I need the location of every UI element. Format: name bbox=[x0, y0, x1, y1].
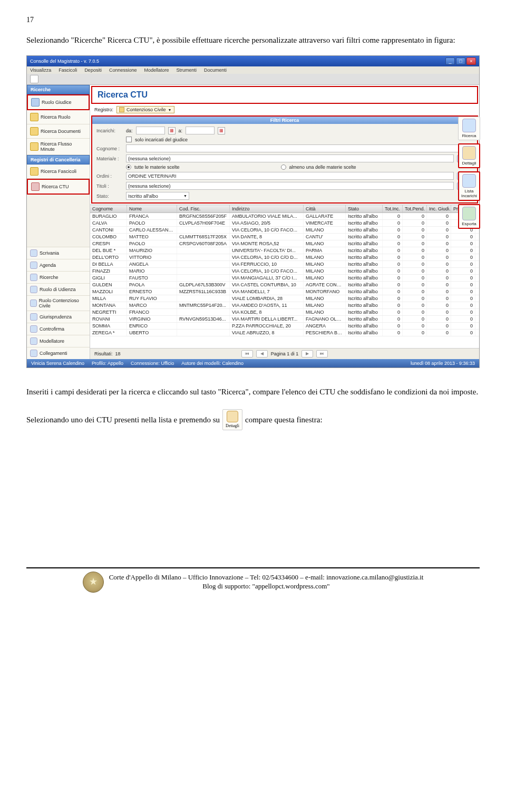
nav-item[interactable]: Ruolo di Udienza bbox=[27, 283, 90, 295]
cell: ZEREGA * bbox=[90, 330, 127, 336]
a-input[interactable] bbox=[186, 127, 215, 134]
cell: VIA KOLBE, 8 bbox=[230, 309, 304, 315]
column-header[interactable]: Indirizzo bbox=[230, 205, 304, 212]
folder-icon bbox=[30, 167, 38, 176]
sidebar-item[interactable]: Ricerca Documenti bbox=[27, 124, 90, 139]
table-row[interactable]: CALVAPAOLOCLVPLA57H09F704EVIA ASIAGO, 20… bbox=[90, 220, 479, 227]
cell: GULDEN bbox=[90, 282, 127, 288]
column-header[interactable]: Nome bbox=[127, 205, 177, 212]
calendar-icon[interactable]: ▦ bbox=[168, 127, 176, 134]
table-row[interactable]: DELL'ORTOVITTORIOVIA CELORIA, 10 C/O C/O… bbox=[90, 254, 479, 261]
table-row[interactable]: MILLARUY FLAVIOVIALE LOMBARDIA, 28MILANO… bbox=[90, 295, 479, 302]
table-row[interactable]: NEGRETTIFRANCOVIA KOLBE, 8MILANOIscritto… bbox=[90, 309, 479, 316]
nav-item[interactable]: Collegamenti bbox=[27, 347, 90, 359]
titlebar: Consolle del Magistrato - v. 7.0.5 _ □ × bbox=[27, 56, 479, 66]
nav-item[interactable]: Giurisprudenza bbox=[27, 311, 90, 323]
almeno-radio[interactable] bbox=[281, 165, 286, 170]
nav-label: Ruolo di Udienza bbox=[40, 287, 76, 292]
tool-lista-incarichi[interactable]: Lista Incarichi bbox=[458, 171, 480, 201]
tool-dettagli[interactable]: Dettagli bbox=[458, 143, 480, 168]
sidebar-item-label: Ricerca CTU bbox=[42, 184, 69, 189]
column-header[interactable]: Città bbox=[304, 205, 346, 212]
titoli-select[interactable]: (nessuna selezione) bbox=[126, 182, 454, 190]
nav-item[interactable]: Controfirma bbox=[27, 323, 90, 335]
menu-modellatore[interactable]: Modellatore bbox=[144, 67, 169, 73]
pager-prev[interactable]: ◀ bbox=[256, 350, 268, 357]
column-header[interactable]: Tot.Pend. bbox=[403, 205, 427, 212]
cell: VIA MONTE ROSA,52 bbox=[230, 240, 304, 247]
ordini-value: ORDINE VETERINARI bbox=[128, 173, 177, 179]
cell: AGRATE CONTU... bbox=[304, 282, 346, 288]
nav-item[interactable]: Ricerche bbox=[27, 271, 90, 283]
column-header[interactable]: Cognome bbox=[90, 205, 127, 212]
cell: MNTMRC55P14F20... bbox=[177, 302, 230, 308]
tutte-radio[interactable] bbox=[126, 165, 131, 170]
nav-item[interactable]: Ruolo Contenzioso Civile bbox=[27, 295, 90, 311]
cell: 0 bbox=[383, 309, 403, 315]
maximize-button[interactable]: □ bbox=[456, 57, 465, 65]
menu-documenti[interactable]: Documenti bbox=[204, 67, 227, 73]
cell: MILANO bbox=[304, 309, 346, 315]
minimize-button[interactable]: _ bbox=[445, 57, 455, 65]
table-row[interactable]: COLOMBOMATTEOCLMMTT68S17F205XVIA DANTE, … bbox=[90, 234, 479, 240]
cell: FAUSTO bbox=[127, 275, 177, 281]
da-input[interactable] bbox=[136, 127, 165, 134]
sidebar-item[interactable]: Ricerca Fascicoli bbox=[27, 165, 90, 179]
cell: MILANO bbox=[304, 254, 346, 260]
table-row[interactable]: ZEREGA *UBERTOVIALE ABRUZZO, 8PESCHIERA … bbox=[90, 330, 479, 336]
toolbar-icon[interactable] bbox=[30, 75, 38, 83]
nav-item[interactable]: Modellatore bbox=[27, 335, 90, 347]
materiale-select[interactable]: (nessuna selezione) bbox=[126, 154, 454, 162]
main-panel: Ricerca CTU Registro: Contenzioso Civile… bbox=[90, 85, 479, 359]
table-row[interactable]: BURAGLIOFRANCABRGFNC58S56F205FAMBULATORI… bbox=[90, 213, 479, 220]
close-button[interactable]: × bbox=[466, 57, 476, 65]
cell: Iscritto all'albo bbox=[346, 316, 383, 322]
sidebar-item[interactable]: Ricerca CTU bbox=[27, 179, 90, 195]
sidebar-item[interactable]: Ricerca Flusso Minute bbox=[27, 139, 90, 155]
tool-ricerca[interactable]: Ricerca bbox=[458, 117, 480, 140]
column-header[interactable]: Stato bbox=[346, 205, 383, 212]
column-header[interactable]: Inc. Giudi... bbox=[427, 205, 451, 212]
mid-text: Inseriti i campi desiderati per la ricer… bbox=[26, 386, 480, 398]
table-row[interactable]: GIGLIFAUSTOVIA MANGIAGALLI, 37 C/O I...M… bbox=[90, 275, 479, 282]
table-row[interactable]: MONTANAMARCOMNTMRC55P14F20...VIA AMDEO D… bbox=[90, 302, 479, 309]
cell: VIALE LOMBARDIA, 28 bbox=[230, 295, 304, 302]
table-row[interactable]: SOMMAENRICOP.ZZA PARROCCHIALE, 20ANGERAI… bbox=[90, 323, 479, 330]
solo-checkbox[interactable] bbox=[126, 137, 132, 142]
nav-item[interactable]: Agenda bbox=[27, 259, 90, 271]
table-row[interactable]: DEL BUE *MAURIZIOUNIVERSITA'- FACOLTA' D… bbox=[90, 247, 479, 254]
tool-esporta[interactable]: Esporta bbox=[458, 204, 480, 229]
ordini-select[interactable]: ORDINE VETERINARI bbox=[126, 172, 454, 180]
menu-connessione[interactable]: Connessione bbox=[109, 67, 137, 73]
cell: 0 bbox=[451, 254, 475, 260]
nav-item[interactable]: Scrivania bbox=[27, 247, 90, 259]
cell bbox=[177, 261, 230, 267]
stato-select[interactable]: Iscritto all'albo▼ bbox=[126, 192, 189, 200]
cell: CLVPLA57H09F704E bbox=[177, 220, 230, 226]
pager-next[interactable]: ▶ bbox=[301, 350, 313, 357]
pager-last[interactable]: ⏭ bbox=[316, 350, 328, 357]
table-row[interactable]: CRESPIPAOLOCRSPGV60T08F205AVIA MONTE ROS… bbox=[90, 240, 479, 247]
menu-strumenti[interactable]: Strumenti bbox=[176, 67, 197, 73]
table-row[interactable]: DI BELLAANGELAVIA FERRUCCIO, 10MILANOIsc… bbox=[90, 261, 479, 268]
table-row[interactable]: FINAZZIMARIOVIA CELORIA, 10 C/O FACO...M… bbox=[90, 268, 479, 275]
table-row[interactable]: MAZZOLIERNESTOMZZRST61L16C933BVIA MANDEL… bbox=[90, 288, 479, 295]
cognome-input[interactable] bbox=[126, 144, 473, 152]
table-row[interactable]: ROVANIVIRGINIORVNVGN59S13D46...VIA MARTI… bbox=[90, 316, 479, 323]
calendar-icon[interactable]: ▦ bbox=[218, 127, 225, 134]
sidebar-item[interactable]: Ricerca Ruolo bbox=[27, 110, 90, 124]
pager-first[interactable]: ⏮ bbox=[241, 350, 253, 357]
menu-depositi[interactable]: Depositi bbox=[84, 67, 102, 73]
cell: 0 bbox=[383, 247, 403, 254]
table-row[interactable]: CANTONICARLO ALESSAND...VIA CELORIA, 10 … bbox=[90, 227, 479, 234]
cell: VIA CELORIA, 10 C/O FACO... bbox=[230, 268, 304, 274]
table-row[interactable]: GULDENPAOLAGLDPLA67L53B300VVIA CASTEL CO… bbox=[90, 282, 479, 288]
column-header[interactable]: Cod. Fisc. bbox=[177, 205, 230, 212]
sidebar-item[interactable]: Ruolo Giudice bbox=[27, 94, 90, 110]
menu-visualizza[interactable]: Visualizza bbox=[30, 67, 51, 73]
menu-fascicoli[interactable]: Fascicoli bbox=[59, 67, 77, 73]
cell: MONTANA bbox=[90, 302, 127, 308]
column-header[interactable]: Tot.Inc. bbox=[383, 205, 403, 212]
registro-combo[interactable]: Contenzioso Civile▼ bbox=[116, 106, 174, 113]
cell: 0 bbox=[427, 220, 451, 226]
